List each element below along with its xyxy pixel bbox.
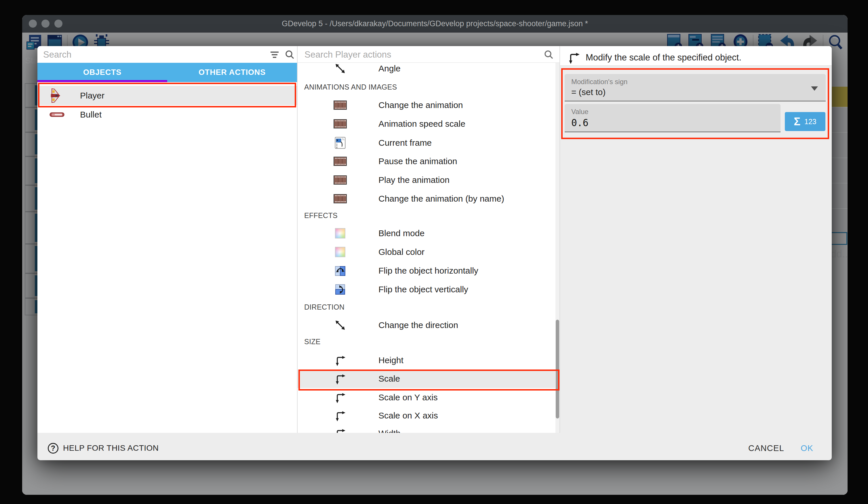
spaceship-icon — [50, 88, 61, 103]
action-item-pause-the-animation[interactable]: Pause the animation — [298, 152, 556, 171]
action-label: Flip the object vertically — [379, 284, 468, 294]
action-description: Modify the scale of the specified object… — [586, 52, 741, 63]
action-item-global-color[interactable]: Global color — [298, 243, 556, 261]
ok-button[interactable]: OK — [800, 442, 813, 454]
action-label: Angle — [379, 64, 401, 73]
action-label: Play the animation — [379, 175, 450, 185]
cancel-button[interactable]: CANCEL — [748, 442, 784, 454]
action-item-scale[interactable]: Scale — [298, 370, 556, 388]
field-value: = (set to) — [571, 87, 606, 97]
scale-icon — [334, 428, 346, 433]
action-item-change-the-direction[interactable]: Change the direction — [298, 316, 556, 334]
scale-icon — [334, 373, 346, 384]
bullet-icon — [50, 112, 64, 117]
action-item-flip-the-object-horizontally[interactable]: Flip the object horizontally — [298, 262, 556, 280]
action-label: Scale on X axis — [379, 411, 438, 421]
action-label: Width — [379, 429, 401, 433]
action-item-angle[interactable]: Angle — [298, 59, 556, 78]
scale-icon — [334, 354, 346, 366]
action-label: Pause the animation — [379, 157, 457, 166]
object-label: Player — [80, 91, 104, 101]
action-item-current-frame[interactable]: Current frame — [298, 134, 556, 152]
chevron-down-icon — [811, 87, 818, 91]
action-label: Change the animation (by name) — [379, 194, 504, 204]
film-icon — [333, 194, 347, 203]
field-label: Value — [571, 108, 589, 116]
angle-icon — [334, 319, 346, 331]
search-icon — [285, 49, 295, 61]
zoom-window-button[interactable] — [54, 20, 62, 28]
scale-icon — [334, 410, 346, 421]
object-item-bullet[interactable]: Bullet — [38, 105, 297, 124]
frame-icon — [335, 137, 345, 149]
action-label: Animation speed scale — [379, 119, 465, 129]
action-item-change-the-animation[interactable]: Change the animation — [298, 96, 556, 114]
help-for-this-action-link[interactable]: ? HELP FOR THIS ACTION — [48, 442, 159, 454]
action-item-width[interactable]: Width — [298, 424, 556, 433]
actions-scrollbar — [556, 63, 559, 433]
tab-other-actions[interactable]: OTHER ACTIONS — [167, 63, 297, 82]
object-search-input[interactable]: Search — [43, 50, 71, 60]
film-icon — [333, 157, 347, 166]
active-tab-indicator — [38, 80, 167, 82]
angle-icon — [334, 63, 346, 74]
panel-divider — [559, 46, 560, 433]
scale-icon — [334, 392, 346, 403]
help-icon: ? — [48, 443, 59, 454]
action-label: Scale — [379, 374, 400, 384]
action-label: Height — [379, 355, 403, 365]
close-window-button[interactable] — [29, 20, 37, 28]
value-input[interactable]: Value 0.6 — [565, 104, 781, 132]
action-item-blend-mode[interactable]: Blend mode — [298, 224, 556, 242]
blend-icon — [335, 228, 345, 239]
action-item-flip-the-object-vertically[interactable]: Flip the object vertically — [298, 280, 556, 299]
modification-sign-dropdown[interactable]: Modification's sign = (set to) — [565, 74, 826, 101]
action-item-animation-speed-scale[interactable]: Animation speed scale — [298, 115, 556, 133]
action-label: Change the direction — [379, 320, 458, 330]
flip-h-icon — [335, 265, 345, 276]
film-icon — [333, 101, 347, 110]
action-item-scale-on-y-axis[interactable]: Scale on Y axis — [298, 388, 556, 407]
action-label: Current frame — [379, 138, 432, 148]
actions-list: AngleANIMATIONS AND IMAGES Change the an… — [298, 46, 559, 433]
section-header: SIZE — [304, 337, 321, 346]
action-label: Flip the object horizontally — [379, 266, 478, 276]
titlebar: GDevelop 5 - /Users/dkarakay/Documents/G… — [22, 15, 848, 32]
action-label: Scale on Y axis — [379, 393, 438, 402]
app-window: GDevelop 5 - /Users/dkarakay/Documents/G… — [22, 15, 848, 495]
object-search-row: Search — [38, 46, 297, 63]
scrollbar-thumb[interactable] — [556, 320, 559, 419]
field-value: 0.6 — [571, 117, 589, 129]
blend-icon — [335, 247, 345, 257]
film-icon — [333, 119, 347, 129]
object-label: Bullet — [80, 110, 102, 120]
expression-editor-button[interactable]: Σ 123 — [785, 112, 825, 131]
action-item-scale-on-x-axis[interactable]: Scale on X axis — [298, 406, 556, 425]
action-label: Blend mode — [379, 228, 424, 238]
object-item-player[interactable]: Player — [38, 86, 297, 105]
filter-icon[interactable] — [269, 49, 280, 61]
minimize-window-button[interactable] — [41, 20, 50, 28]
object-type-tabs: OBJECTSOTHER ACTIONS — [38, 63, 297, 82]
action-label: Global color — [379, 247, 424, 257]
action-item-play-the-animation[interactable]: Play the animation — [298, 171, 556, 189]
section-header: EFFECTS — [304, 211, 338, 220]
film-icon — [333, 175, 347, 185]
tab-objects[interactable]: OBJECTS — [38, 63, 167, 82]
objects-list: Player Bullet — [38, 82, 297, 433]
window-title: GDevelop 5 - /Users/dkarakay/Documents/G… — [282, 19, 588, 28]
section-header: DIRECTION — [304, 303, 344, 311]
action-label: Change the animation — [379, 100, 463, 110]
action-item-height[interactable]: Height — [298, 351, 556, 370]
section-header: ANIMATIONS AND IMAGES — [304, 83, 397, 91]
sigma-icon: Σ — [794, 115, 800, 128]
action-editor-dialog: Search OBJECTSOTHER ACTIONS — [38, 46, 832, 460]
scale-icon — [568, 51, 580, 65]
field-label: Modification's sign — [571, 78, 627, 86]
action-item-change-the-animation-by-name-[interactable]: Change the animation (by name) — [298, 190, 556, 208]
flip-v-icon — [335, 284, 345, 295]
